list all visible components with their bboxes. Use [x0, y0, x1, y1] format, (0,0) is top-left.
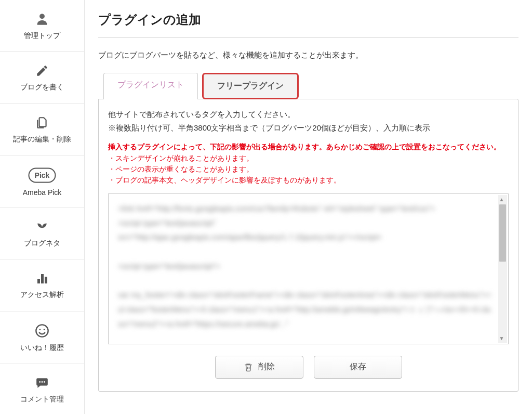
delete-button-label: 削除 — [258, 361, 275, 372]
sidebar-item-label: コメント管理 — [20, 395, 64, 404]
sidebar-item-like-history[interactable]: いいね！履歴 — [0, 312, 84, 364]
svg-point-8 — [44, 329, 45, 330]
sidebar-item-label: ブログを書く — [20, 83, 64, 92]
sidebar-item-comment-manage[interactable]: コメント管理 — [0, 364, 84, 414]
sidebar-item-label: 記事の編集・削除 — [13, 135, 71, 144]
instruction-line-1: 他サイトで配布されているタグを入力してください。 — [108, 108, 509, 121]
tab-free-plugin[interactable]: フリープラグイン — [202, 73, 299, 99]
warning-list: ・スキンデザインが崩れることがあります。 ・ページの表示が重くなることがあります… — [108, 153, 509, 186]
svg-rect-5 — [45, 277, 47, 283]
svg-point-11 — [44, 381, 45, 383]
sidebar-item-analytics[interactable]: アクセス解析 — [0, 260, 84, 312]
sidebar-item-label: アクセス解析 — [20, 290, 64, 300]
plugin-code-content: <link href="http://fonts.googleapis.com/… — [118, 201, 494, 331]
files-icon — [34, 116, 50, 130]
pick-icon: Pick — [28, 167, 56, 183]
svg-rect-3 — [37, 279, 40, 283]
sidebar-item-label: Ameba Pick — [23, 188, 62, 197]
svg-point-0 — [39, 14, 45, 19]
page-title: プラグインの追加 — [98, 0, 518, 38]
sidebar-item-label: 管理トップ — [24, 31, 60, 41]
chat-icon — [34, 376, 50, 390]
save-button[interactable]: 保存 — [314, 356, 402, 379]
tabs: プラグインリスト フリープラグイン — [103, 73, 518, 99]
button-row: 削除 保存 — [108, 356, 509, 379]
svg-point-6 — [36, 325, 48, 337]
save-button-label: 保存 — [350, 361, 366, 372]
trash-icon — [244, 363, 253, 372]
sidebar-item-edit-delete[interactable]: 記事の編集・削除 — [0, 104, 84, 156]
sidebar-item-blog-neta[interactable]: ブログネタ — [0, 208, 84, 260]
pencil-icon — [35, 64, 49, 77]
scroll-up-icon[interactable]: ▲ — [497, 195, 506, 204]
sidebar-item-label: ブログネタ — [24, 239, 60, 248]
sidebar: 管理トップ ブログを書く 記事の編集・削除 Pick Ameba Pick ブロ… — [0, 0, 85, 414]
svg-point-10 — [42, 381, 43, 383]
sidebar-item-ameba-pick[interactable]: Pick Ameba Pick — [0, 156, 84, 208]
smile-icon — [35, 324, 49, 338]
sidebar-item-label: いいね！履歴 — [20, 343, 64, 353]
free-plugin-panel: 他サイトで配布されているタグを入力してください。 ※複数貼り付け可、半角3800… — [98, 99, 518, 392]
warning-item-2: ・ページの表示が重くなることがあります。 — [108, 164, 509, 175]
sprout-icon — [35, 220, 49, 234]
scrollbar-thumb[interactable] — [499, 204, 506, 262]
warning-item-3: ・ブログの記事本文、ヘッダデザインに影響を及ぼすものがあります。 — [108, 175, 509, 186]
warning-heading: 挿入するプラグインによって、下記の影響が出る場合があります。あらかじめご確認の上… — [108, 141, 509, 152]
person-icon — [35, 11, 49, 26]
svg-point-7 — [39, 329, 41, 330]
main-content: プラグインの追加 ブログにブログパーツを貼るなど、様々な機能を追加することが出来… — [85, 0, 532, 414]
tab-plugin-list[interactable]: プラグインリスト — [103, 73, 198, 99]
sidebar-item-write-blog[interactable]: ブログを書く — [0, 52, 84, 104]
page-description: ブログにブログパーツを貼るなど、様々な機能を追加することが出来ます。 — [98, 50, 518, 60]
svg-point-9 — [39, 381, 41, 383]
svg-text:Pick: Pick — [35, 171, 50, 179]
instruction-line-2: ※複数貼り付け可、半角3800文字相当まで（ブログパーツ20個ほどが目安）、入力… — [108, 121, 509, 135]
delete-button[interactable]: 削除 — [215, 356, 303, 379]
scrollbar-track[interactable]: ▲ ▼ — [498, 195, 507, 343]
warning-item-1: ・スキンデザインが崩れることがあります。 — [108, 153, 509, 164]
plugin-code-textarea[interactable]: <link href="http://fonts.googleapis.com/… — [108, 193, 509, 344]
bars-icon — [35, 273, 49, 285]
sidebar-item-admin-top[interactable]: 管理トップ — [0, 0, 84, 52]
panel-instruction: 他サイトで配布されているタグを入力してください。 ※複数貼り付け可、半角3800… — [108, 108, 509, 134]
svg-rect-4 — [41, 274, 44, 283]
scroll-down-icon[interactable]: ▼ — [497, 334, 506, 343]
